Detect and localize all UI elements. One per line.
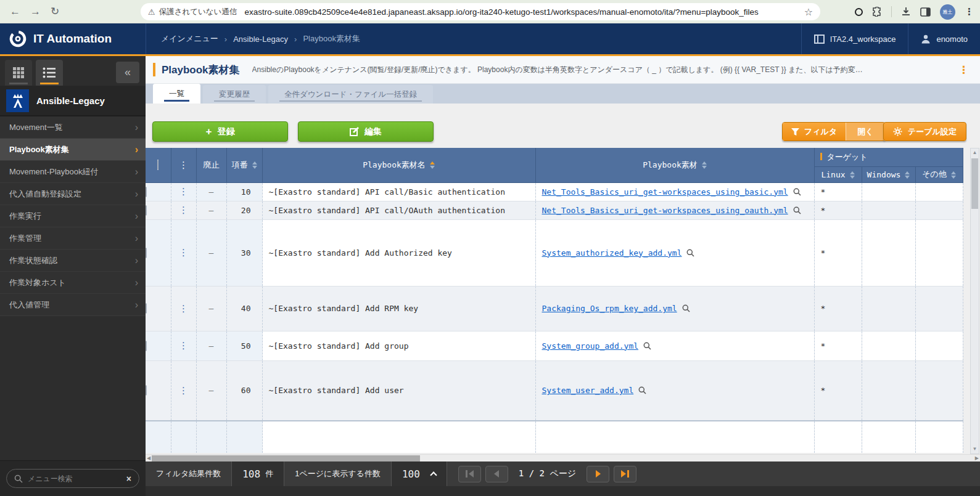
row-select-cell[interactable]: [146, 286, 171, 331]
menu-list-tab[interactable]: [36, 60, 63, 86]
sidebar-item[interactable]: 作業対象ホスト›: [0, 272, 146, 294]
sidebar-item[interactable]: 代入値管理›: [0, 294, 146, 316]
horizontal-scrollbar[interactable]: ◀ ▶: [146, 454, 980, 461]
row-menu-cell[interactable]: ⋮: [171, 286, 196, 331]
register-button[interactable]: + 登録: [152, 121, 288, 142]
row-checkbox[interactable]: [146, 187, 147, 197]
sidebar-item[interactable]: Playbook素材集›: [0, 139, 146, 161]
row-menu-cell[interactable]: ⋮: [171, 360, 196, 421]
sort-icon[interactable]: [905, 171, 910, 179]
sort-icon-active[interactable]: [430, 161, 435, 169]
vertical-scrollbar[interactable]: ▲ ▼: [970, 148, 979, 454]
download-icon[interactable]: [901, 7, 911, 17]
file-column-header[interactable]: Playbook素材: [535, 148, 814, 182]
view-tab[interactable]: 変更履歴: [203, 85, 266, 104]
sort-icon[interactable]: [850, 171, 855, 179]
row-select-cell[interactable]: [146, 331, 171, 360]
select-all-checkbox[interactable]: [157, 160, 159, 170]
windows-column-header[interactable]: Windows: [862, 166, 915, 182]
row-checkbox[interactable]: [146, 303, 147, 314]
table-settings-button[interactable]: テーブル設定: [883, 122, 966, 141]
row-checkbox[interactable]: [146, 248, 147, 258]
forward-icon[interactable]: →: [30, 6, 41, 18]
menu-search-input[interactable]: [28, 474, 121, 483]
row-menu-icon[interactable]: ⋮: [171, 385, 196, 396]
scroll-down-icon[interactable]: ▼: [971, 445, 979, 453]
row-select-cell[interactable]: [146, 182, 171, 201]
filter-button[interactable]: フィルタ: [783, 123, 846, 140]
playbook-file-link[interactable]: Net_Tools_Basics_uri_get-workspaces_usin…: [542, 206, 788, 215]
sort-icon[interactable]: [702, 161, 707, 169]
filter-open-button[interactable]: 開く: [846, 123, 884, 140]
row-select-cell[interactable]: [146, 201, 171, 219]
edit-button[interactable]: 編集: [298, 121, 434, 142]
address-bar[interactable]: ⚠ 保護されていない通信 exastro-suite.089cb42509ce4…: [141, 3, 820, 20]
page-menu-icon[interactable]: ⋮: [947, 63, 980, 76]
zoom-icon[interactable]: [686, 249, 694, 257]
scroll-up-icon[interactable]: ▲: [971, 148, 979, 157]
clear-search-icon[interactable]: ×: [126, 474, 131, 484]
playbook-file-link[interactable]: Net_Tools_Basics_uri_get-workspaces_usin…: [542, 187, 788, 197]
sidebar-collapse-button[interactable]: «: [116, 62, 139, 83]
row-menu-cell[interactable]: ⋮: [171, 201, 196, 219]
linux-column-header[interactable]: Linux: [814, 166, 862, 182]
row-menu-cell[interactable]: ⋮: [171, 219, 196, 286]
breadcrumb-item[interactable]: メインメニュー: [161, 33, 218, 44]
row-checkbox[interactable]: [146, 341, 147, 351]
row-menu-icon[interactable]: ⋮: [171, 186, 196, 197]
row-menu-icon[interactable]: ⋮: [171, 303, 196, 314]
user-menu[interactable]: enomoto: [908, 23, 980, 54]
row-checkbox[interactable]: [146, 385, 147, 396]
back-icon[interactable]: ←: [10, 6, 20, 18]
row-select-cell[interactable]: [146, 219, 171, 286]
other-column-header[interactable]: その他: [915, 166, 963, 182]
workspace-switcher[interactable]: ITA2.4_workspace: [801, 23, 908, 54]
sidebar-item[interactable]: 作業管理›: [0, 227, 146, 250]
brand[interactable]: IT Automation: [0, 23, 146, 54]
horizontal-scroll-thumb[interactable]: [152, 455, 420, 461]
sidebar-item[interactable]: Movement一覧›: [0, 116, 146, 139]
sidebar-item[interactable]: 作業実行›: [0, 205, 146, 227]
zoom-icon[interactable]: [638, 386, 646, 394]
first-page-button[interactable]: [458, 466, 481, 482]
row-menu-cell[interactable]: ⋮: [171, 182, 196, 201]
row-select-cell[interactable]: [146, 360, 171, 421]
prev-page-button[interactable]: [485, 466, 508, 482]
per-page-select[interactable]: 100: [392, 461, 447, 486]
row-menu-cell[interactable]: ⋮: [171, 331, 196, 360]
zoom-icon[interactable]: [793, 206, 801, 214]
zoom-icon[interactable]: [793, 188, 801, 196]
reload-icon[interactable]: ↻: [51, 5, 59, 18]
vertical-scroll-thumb[interactable]: [971, 158, 978, 209]
breadcrumb-item[interactable]: Playbook素材集: [303, 33, 360, 44]
playbook-file-link[interactable]: System_user_add.yml: [542, 386, 634, 395]
select-all-header[interactable]: [146, 148, 171, 182]
playbook-file-link[interactable]: System_authorized_key_add.yml: [542, 248, 682, 258]
item-no-column-header[interactable]: 項番: [226, 148, 262, 182]
search-lens-icon[interactable]: [855, 8, 863, 16]
view-tab[interactable]: 全件ダウンロード・ファイル一括登録: [268, 85, 433, 104]
discard-column-header[interactable]: 廃止: [196, 148, 226, 182]
breadcrumb-item[interactable]: Ansible-Legacy: [233, 35, 288, 44]
url-text[interactable]: exastro-suite.089cb42509ce4e4e81ed.japan…: [244, 7, 799, 17]
playbook-file-link[interactable]: System_group_add.yml: [542, 341, 639, 351]
sort-icon[interactable]: [951, 171, 956, 179]
browser-menu-icon[interactable]: ⋮: [965, 6, 974, 17]
side-panel-icon[interactable]: [920, 7, 931, 17]
row-menu-icon[interactable]: ⋮: [171, 247, 196, 258]
bookmark-star-icon[interactable]: ☆: [804, 6, 813, 18]
sidebar-item[interactable]: Movement-Playbook紐付›: [0, 161, 146, 183]
sidebar-item[interactable]: 作業状態確認›: [0, 250, 146, 272]
zoom-icon[interactable]: [643, 342, 651, 350]
name-column-header[interactable]: Playbook素材名: [262, 148, 535, 182]
row-menu-icon[interactable]: ⋮: [171, 205, 196, 216]
row-checkbox[interactable]: [146, 205, 147, 216]
row-menu-icon[interactable]: ⋮: [171, 340, 196, 351]
menu-grid-tab[interactable]: [5, 60, 32, 86]
last-page-button[interactable]: [614, 466, 636, 482]
security-chip-label[interactable]: 保護されていない通信: [159, 7, 237, 17]
next-page-button[interactable]: [587, 466, 609, 482]
security-warning-icon[interactable]: ⚠: [148, 7, 155, 17]
zoom-icon[interactable]: [682, 304, 690, 312]
playbook-file-link[interactable]: Packaging_Os_rpm_key_add.yml: [542, 304, 677, 313]
